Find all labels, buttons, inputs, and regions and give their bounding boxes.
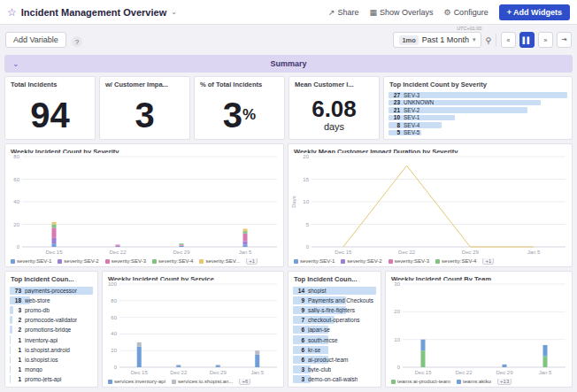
svg-text:Jan 5: Jan 5: [250, 370, 264, 375]
legend-item[interactable]: severity:SEV-2: [341, 258, 381, 264]
legend-item[interactable]: severity:SEV-1: [11, 258, 51, 264]
toplist-row[interactable]: 21SEV-2: [389, 106, 567, 114]
weekly-team-bar-chart[interactable]: 0102030Dec 15Dec 22Dec 29Jan 5: [388, 281, 570, 379]
legend-item[interactable]: teams:akiko: [457, 379, 491, 384]
widget-top-incident-count-by-service: Top Incident Coun... 73payments-processo…: [4, 271, 98, 388]
svg-text:40: 40: [111, 331, 117, 336]
toplist-label: promo-jets-api: [25, 376, 62, 382]
legend-item[interactable]: services:io.shopist.an...: [172, 379, 233, 384]
toplist-row[interactable]: 8SEV-4: [389, 121, 567, 129]
toplist-team[interactable]: 14shopist9Payments and Checkouts9sally-s…: [288, 285, 381, 387]
toplist-service[interactable]: 73payments-processor18web-store3promo-db…: [5, 285, 97, 387]
timezone-label[interactable]: UTC+01:00: [457, 26, 481, 31]
toplist-row[interactable]: 6south-mcse: [293, 334, 376, 344]
legend-label: severity:SEV-2: [64, 258, 98, 264]
toplist-row[interactable]: 1promo-jets-api: [10, 374, 93, 384]
legend-item[interactable]: severity:SEV...: [199, 258, 240, 264]
kpi-value: 6.08: [312, 97, 357, 120]
widget-customer-impact: w/ Customer Impa... 3: [99, 76, 190, 140]
toplist-row[interactable]: 1inventory-api: [10, 334, 93, 344]
toplist-label: SEV-5: [404, 129, 419, 135]
toplist-row[interactable]: 6japan-se: [293, 325, 376, 334]
pause-icon: ▌▌: [523, 37, 532, 43]
toplist-label: sally-s-fire-fighters: [308, 307, 355, 313]
legend-overflow-badge[interactable]: +6: [239, 379, 250, 386]
toplist-row[interactable]: 23UNKNOWN: [389, 99, 567, 107]
widget-mean-customer-impact: Mean Customer I... 6.08 days: [288, 76, 380, 140]
svg-text:20: 20: [394, 309, 400, 314]
toplist-row[interactable]: 14shopist: [293, 286, 376, 296]
toplist-row[interactable]: 5SEV-5: [389, 129, 567, 137]
time-backward-button[interactable]: «: [501, 32, 516, 48]
legend-overflow-badge[interactable]: +13: [497, 379, 512, 386]
time-forward-button[interactable]: »: [538, 32, 553, 48]
chart-legend: services:inventory-apiservices:io.shopis…: [103, 379, 283, 387]
summary-section-header[interactable]: ⌄ Summary: [4, 55, 573, 73]
toplist-row[interactable]: 1io.shopist.ios: [10, 355, 93, 365]
legend-item[interactable]: teams:ai-product-team: [391, 379, 450, 384]
share-button[interactable]: ↗ Share: [328, 8, 359, 17]
legend-item[interactable]: severity:SEV-2: [58, 258, 98, 264]
toplist-row[interactable]: 6ai-product-team: [293, 355, 376, 365]
toplist-row[interactable]: 73payments-processor: [10, 286, 93, 296]
help-icon[interactable]: ?: [72, 36, 82, 47]
toplist-row[interactable]: 6kr-se: [293, 345, 376, 355]
toplist-value: 3: [293, 366, 304, 373]
toplist-label: checkout-operations: [308, 317, 360, 323]
legend-item[interactable]: severity:SEV-3: [389, 258, 429, 264]
toplist-label: mongo: [25, 366, 42, 373]
legend-item[interactable]: severity:SEV-4: [435, 258, 476, 264]
legend-item[interactable]: services:inventory-api: [108, 379, 165, 384]
toplist-value: 8: [389, 122, 400, 128]
collapse-chevron-icon[interactable]: ⌄: [12, 59, 19, 68]
legend-item[interactable]: severity:SEV-1: [294, 258, 335, 264]
toplist-row[interactable]: 1mongo: [10, 365, 93, 374]
title-chevron-down-icon[interactable]: ⌄: [171, 8, 177, 16]
add-variable-button[interactable]: Add Variable: [5, 32, 66, 48]
show-overlays-button[interactable]: ▦ Show Overlays: [370, 8, 434, 17]
time-range-picker[interactable]: 1mo Past 1 Month ▾: [393, 32, 481, 48]
toplist-label: promo-db: [25, 307, 50, 313]
jump-to-now-button[interactable]: ⇥: [557, 32, 572, 48]
toplist-row[interactable]: 3byte-club: [293, 365, 376, 374]
weekly-service-bar-chart[interactable]: 020406080100Dec 15Dec 22Dec 29Jan 5: [104, 281, 281, 379]
impact-duration-line-chart[interactable]: 05101520Dec 15Dec 22Dec 29Jan 5Days: [290, 153, 570, 258]
toplist-label: SEV-1: [404, 114, 419, 120]
legend-overflow-badge[interactable]: +1: [246, 258, 258, 265]
toplist-row[interactable]: 9Payments and Checkouts: [293, 296, 376, 305]
toplist-row[interactable]: 3demo-on-call-walsh: [293, 374, 376, 384]
toplist-row[interactable]: 9sally-s-fire-fighters: [293, 305, 376, 315]
add-widgets-button[interactable]: + Add Widgets: [499, 4, 570, 20]
toplist-row[interactable]: 2promotions-bridge: [10, 325, 93, 334]
favorite-star-icon[interactable]: ☆: [7, 6, 17, 19]
svg-text:60: 60: [13, 176, 19, 181]
toplist-row[interactable]: 7checkout-operations: [293, 315, 376, 325]
svg-text:80: 80: [13, 154, 19, 159]
header-actions: ↗ Share ▦ Show Overlays ⚙ Configure + Ad…: [328, 4, 570, 20]
svg-text:20: 20: [13, 221, 19, 227]
pin-icon[interactable]: ⚲: [485, 36, 491, 45]
toplist-row[interactable]: 10SEV-1: [389, 114, 567, 122]
legend-item[interactable]: severity:SEV-4: [152, 258, 193, 264]
legend-overflow-badge[interactable]: +1: [482, 258, 494, 265]
configure-button[interactable]: ⚙ Configure: [444, 8, 489, 17]
toplist-severity[interactable]: 27SEV-323UNKNOWN21SEV-210SEV-18SEV-45SEV…: [384, 90, 572, 139]
page-title[interactable]: Incident Management Overview: [21, 7, 166, 18]
weekly-charts-row: Weekly Incident Count by Severity 020406…: [0, 143, 577, 267]
toplist-row[interactable]: 2promocode-validator: [10, 315, 93, 325]
toplist-row[interactable]: 18web-store: [10, 296, 93, 305]
legend-swatch: [389, 259, 393, 264]
pause-button[interactable]: ▌▌: [519, 32, 535, 48]
widget-title: w/ Customer Impa...: [100, 77, 189, 90]
toplist-row[interactable]: 1io.shopist.android: [10, 345, 93, 355]
legend-label: teams:ai-product-team: [397, 379, 450, 384]
legend-item[interactable]: severity:SEV-3: [105, 258, 146, 264]
weekly-severity-bar-chart[interactable]: 020406080Dec 15Dec 22Dec 29Jan 5: [7, 153, 281, 258]
toplist-row[interactable]: 27SEV-3: [389, 91, 567, 99]
toplist-value: 1: [10, 366, 21, 373]
svg-text:Dec 22: Dec 22: [398, 250, 416, 255]
time-range-label: Past 1 Month: [422, 35, 469, 44]
bar-chart-svg: 020406080100Dec 15Dec 22Dec 29Jan 5: [104, 281, 281, 377]
widget-top-incident-count-by-severity: Top Incident Count by Severity 27SEV-323…: [383, 76, 573, 140]
toplist-row[interactable]: 3promo-db: [10, 305, 93, 315]
